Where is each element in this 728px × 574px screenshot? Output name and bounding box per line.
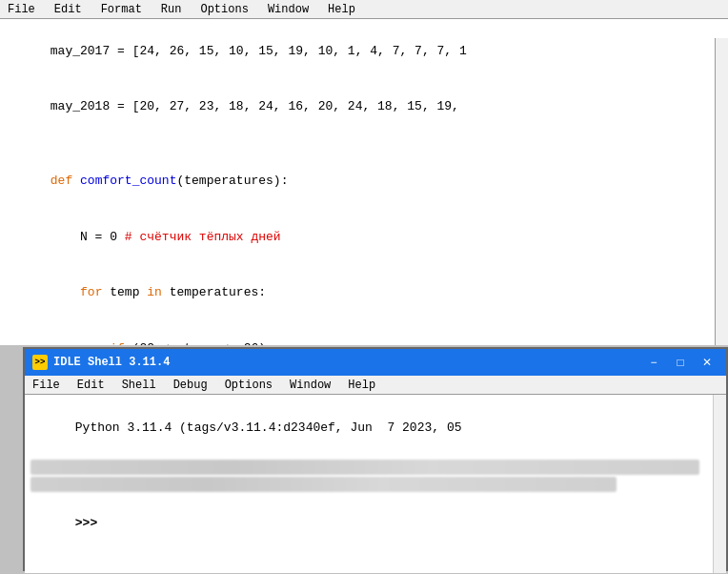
shell-output-line-1: Количество тёплых дней в этом месяце: 5: [30, 554, 720, 573]
shell-menu-window[interactable]: Window: [286, 379, 334, 392]
code-line-7: if (22 <= temp <= 26):: [6, 320, 722, 345]
editor-menu-bar: File Edit Format Run Options Window Help: [0, 0, 728, 19]
shell-prompt-line: >>>: [30, 494, 720, 553]
minimize-button[interactable]: −: [642, 354, 665, 371]
shell-title-bar: >> IDLE Shell 3.11.4 − □ ✕: [25, 349, 726, 376]
menu-help[interactable]: Help: [324, 3, 359, 16]
shell-menu-file[interactable]: File: [29, 379, 64, 392]
shell-menu-debug[interactable]: Debug: [170, 379, 212, 392]
code-line-4: def comfort_count(temperatures):: [6, 154, 722, 210]
code-area: may_2017 = [24, 26, 15, 10, 15, 19, 10, …: [0, 19, 728, 345]
menu-format[interactable]: Format: [97, 3, 146, 16]
shell-content: Python 3.11.4 (tags/v3.11.4:d2340ef, Jun…: [25, 395, 726, 573]
menu-options[interactable]: Options: [196, 3, 252, 16]
maximize-button[interactable]: □: [669, 354, 692, 371]
menu-run[interactable]: Run: [157, 3, 186, 16]
code-line-6: for temp in temperatures:: [6, 265, 722, 321]
code-line-2: may_2018 = [20, 27, 23, 18, 24, 16, 20, …: [6, 79, 722, 135]
close-button[interactable]: ✕: [696, 354, 718, 371]
editor-scrollbar[interactable]: [715, 38, 728, 345]
blurred-line-2: [30, 477, 617, 492]
code-line-5: N = 0 # счётчик тёплых дней: [6, 209, 722, 265]
shell-title-left: >> IDLE Shell 3.11.4: [32, 355, 170, 370]
shell-title-icon: >>: [32, 355, 48, 370]
code-line-3: [6, 134, 722, 154]
menu-window[interactable]: Window: [264, 3, 313, 16]
shell-menu-options[interactable]: Options: [221, 379, 276, 392]
shell-window-controls: − □ ✕: [642, 354, 718, 371]
editor-window: File Edit Format Run Options Window Help…: [0, 0, 728, 345]
shell-title-text: IDLE Shell 3.11.4: [53, 356, 170, 369]
menu-edit[interactable]: Edit: [51, 3, 86, 16]
shell-menu-edit[interactable]: Edit: [73, 379, 109, 392]
blurred-line-1: [30, 460, 699, 475]
shell-prompt: >>>: [75, 516, 97, 530]
shell-menu-shell[interactable]: Shell: [118, 379, 160, 392]
shell-scrollbar[interactable]: [713, 395, 726, 573]
menu-file[interactable]: File: [4, 3, 39, 16]
shell-menu-help[interactable]: Help: [344, 379, 379, 392]
shell-window: >> IDLE Shell 3.11.4 − □ ✕ File Edit She…: [23, 347, 728, 571]
code-line-1: may_2017 = [24, 26, 15, 10, 15, 19, 10, …: [6, 23, 722, 79]
shell-menu-bar: File Edit Shell Debug Options Window Hel…: [25, 376, 726, 395]
shell-startup-line: Python 3.11.4 (tags/v3.11.4:d2340ef, Jun…: [30, 399, 720, 458]
